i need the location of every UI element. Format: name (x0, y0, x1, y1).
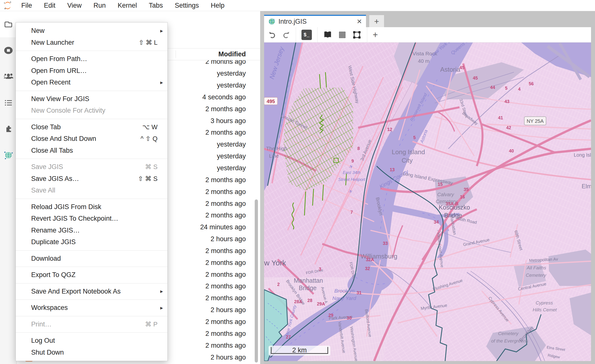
menu-file[interactable]: File (15, 0, 38, 11)
svg-text:2: 2 (277, 282, 280, 287)
menu-separator (16, 332, 167, 333)
menu-edit[interactable]: Edit (38, 0, 62, 11)
svg-text:32: 32 (365, 266, 370, 271)
menu-separator (16, 91, 167, 91)
sidebar-tab-collaboration[interactable] (0, 64, 17, 90)
menu-item-new-launcher[interactable]: New Launcher⇧ ⌘ L (16, 37, 167, 49)
map-scale-bar: 2 km (269, 346, 330, 356)
menu-item-revert-jgis[interactable]: Revert JGIS To Checkpoint… (16, 213, 167, 225)
menu-view[interactable]: View (61, 0, 88, 11)
modified-time: 2 months ago (205, 188, 246, 196)
modified-column-header[interactable]: Modified (218, 50, 246, 58)
modified-time: 2 months ago (205, 200, 246, 208)
menu-item-open-from-path[interactable]: Open From Path… (16, 53, 167, 65)
menu-run[interactable]: Run (88, 0, 112, 11)
new-tab-button[interactable]: + (369, 15, 384, 28)
svg-text:7: 7 (350, 210, 353, 215)
map-toolbar: $_ (264, 27, 591, 43)
menu-item-new[interactable]: New▸ (16, 25, 167, 37)
sidebar-tab-running[interactable] (0, 37, 17, 64)
modified-time: 2 months ago (205, 282, 246, 290)
modified-time: yesterday (217, 152, 246, 160)
menu-settings[interactable]: Settings (169, 0, 205, 11)
users-icon (3, 71, 14, 82)
console-button[interactable]: $_ (301, 30, 312, 40)
add-layer-button[interactable]: + (373, 30, 378, 40)
sidebar-tab-extensions[interactable] (0, 116, 17, 142)
sidebar-tab-toc[interactable] (0, 90, 17, 116)
svg-text:5: 5 (413, 135, 416, 140)
svg-text:28A: 28A (294, 299, 302, 304)
left-sidebar (0, 11, 17, 364)
menu-item-reload-jgis[interactable]: Reload JGIS From Disk (16, 201, 167, 213)
svg-text:NY 25A: NY 25A (527, 118, 544, 124)
menu-item-save-jgis-as[interactable]: Save JGIS As…⇧ ⌘ S (16, 173, 167, 185)
map-canvas[interactable]: 495 NY 25A New Jersey Vista Rock 40 m We… (264, 43, 591, 361)
menu-item-open-from-url[interactable]: Open From URL… (16, 65, 167, 77)
list-icon (4, 98, 13, 107)
menu-item-close-tab[interactable]: Close Tab⌥ W (16, 121, 167, 133)
tab-intro-jgis[interactable]: Intro.jGIS ✕ (264, 15, 366, 27)
svg-text:Hills Cemet: Hills Cemet (533, 307, 557, 312)
map-viewport[interactable]: 495 NY 25A New Jersey Vista Rock 40 m We… (264, 43, 591, 361)
svg-text:Manhattan: Manhattan (294, 277, 323, 284)
grid-button[interactable] (338, 30, 347, 39)
menu-separator (16, 283, 167, 283)
menu-item-new-console: New Console For Activity (16, 105, 167, 117)
menu-tabs[interactable]: Tabs (143, 0, 169, 11)
menu-item-open-recent[interactable]: Open Recent▸ (16, 77, 167, 88)
menu-item-close-all-tabs[interactable]: Close All Tabs (16, 145, 167, 157)
redo-button[interactable] (282, 31, 290, 39)
menu-item-log-out[interactable]: Log Out (16, 335, 167, 347)
globe-icon (3, 150, 14, 160)
menu-separator (16, 159, 167, 159)
svg-text:29A: 29A (317, 301, 325, 306)
svg-text:Cemetery: Cemetery (498, 331, 519, 336)
select-extent-button[interactable] (352, 30, 362, 40)
menu-separator (16, 119, 167, 119)
undo-button[interactable] (268, 31, 276, 39)
menu-item-duplicate-jgis[interactable]: Duplicate JGIS (16, 236, 167, 248)
shortcut: ⌘ S (145, 163, 162, 171)
menu-item-print: Print…⌘ P (16, 319, 167, 330)
puzzle-icon (3, 124, 13, 134)
menu-item-export-to-qgz[interactable]: Export To QGZ (16, 269, 167, 281)
svg-text:34: 34 (434, 220, 439, 225)
sidebar-tab-jgis[interactable] (0, 142, 17, 168)
modified-time: 2 hours ago (210, 354, 246, 361)
identify-button[interactable] (323, 30, 332, 40)
modified-time: yesterday (217, 70, 246, 77)
menu-item-rename-jgis[interactable]: Rename JGIS… (16, 225, 167, 236)
modified-time: yesterday (217, 164, 246, 172)
svg-text:28: 28 (307, 298, 312, 303)
menu-item-save-export-notebook[interactable]: Save And Export Notebook As▸ (16, 286, 167, 298)
menu-kernel[interactable]: Kernel (112, 0, 143, 11)
shortcut: ⇧ ⌘ L (138, 39, 162, 46)
svg-text:All Faiths: All Faiths (526, 265, 546, 270)
menu-help[interactable]: Help (205, 0, 230, 11)
svg-text:Bridge: Bridge (299, 284, 317, 291)
svg-text:16: 16 (460, 194, 465, 199)
svg-text:30: 30 (347, 316, 352, 321)
tab-bar: Intro.jGIS ✕ + (264, 11, 595, 27)
svg-text:45: 45 (459, 65, 464, 70)
polygon-select-icon (352, 30, 362, 40)
menu-item-workspaces[interactable]: Workspaces▸ (16, 302, 167, 314)
menu-bar: File Edit View Run Kernel Tabs Settings … (0, 0, 595, 11)
menu-item-close-and-shutdown[interactable]: Close And Shut Down^ ⇧ Q (16, 133, 167, 145)
menu-item-download[interactable]: Download (16, 253, 167, 265)
sidebar-tab-file-browser[interactable] (0, 11, 17, 37)
menu-separator (16, 267, 167, 267)
tab-close-icon[interactable]: ✕ (357, 18, 362, 25)
submenu-arrow-icon: ▸ (160, 288, 163, 295)
scrollbar-thumb[interactable] (255, 199, 258, 363)
stop-circle-icon (3, 45, 13, 55)
modified-time: 3 hours ago (210, 117, 246, 125)
menu-item-shut-down[interactable]: Shut Down (16, 347, 167, 359)
svg-text:Cypress: Cypress (536, 300, 553, 305)
modified-time: 2 months ago (205, 259, 246, 267)
column-divider (176, 50, 176, 58)
menu-item-new-view[interactable]: New View For JGIS (16, 93, 167, 105)
menu-items: File Edit View Run Kernel Tabs Settings … (15, 0, 230, 11)
menu-separator (16, 250, 167, 251)
